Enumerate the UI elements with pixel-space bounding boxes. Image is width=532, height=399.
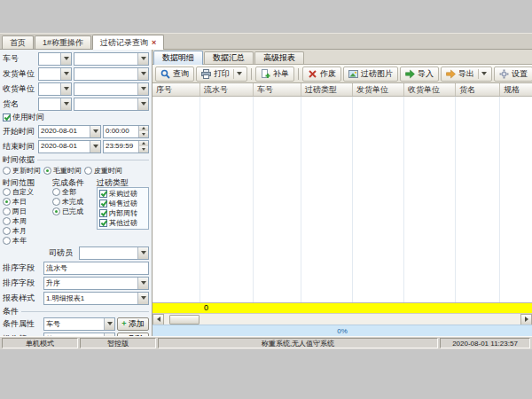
radio-tare-time[interactable]: 皮重时间: [84, 166, 122, 176]
export-button[interactable]: 导出: [441, 66, 492, 82]
export-dropdown-button[interactable]: [478, 69, 487, 79]
query-label: 查询: [173, 68, 189, 80]
grid-toolbar: 查询 打印 补单 作废: [153, 65, 532, 83]
condition-op-combo[interactable]: 等于: [43, 332, 115, 337]
receiver-operator-combo[interactable]: [38, 82, 72, 96]
dropdown-button[interactable]: [104, 318, 114, 330]
column-header-spec[interactable]: 规格: [500, 83, 532, 96]
radio-icon: [52, 198, 60, 206]
column-header-index[interactable]: 序号: [153, 83, 200, 96]
scroll-right-button[interactable]: [520, 314, 532, 325]
dropdown-button[interactable]: [104, 333, 114, 337]
dropdown-button[interactable]: [137, 83, 148, 95]
radio-custom[interactable]: 自定义: [3, 187, 52, 197]
settings-button[interactable]: 设置: [494, 66, 532, 82]
radio-two-days[interactable]: 两日: [3, 207, 52, 216]
radio-this-week[interactable]: 本周: [3, 216, 52, 226]
dropdown-button[interactable]: [60, 98, 71, 110]
tab-data-summary[interactable]: 数据汇总: [204, 51, 254, 64]
checkbox-purchase-weigh[interactable]: 采购过磅: [99, 189, 146, 199]
radio-this-month[interactable]: 本月: [3, 226, 52, 236]
tab-weigh-record-query[interactable]: 过磅记录查询×: [92, 35, 164, 50]
tab-data-detail[interactable]: 数据明细: [153, 51, 203, 65]
print-dropdown-button[interactable]: [233, 69, 242, 79]
tab-advanced-report[interactable]: 高级报表: [254, 51, 304, 64]
dropdown-button[interactable]: [137, 293, 148, 304]
dropdown-button[interactable]: [137, 53, 148, 65]
weigh-images-button[interactable]: 过磅图片: [343, 66, 398, 82]
tab-weigh-operation[interactable]: 1#称重操作: [35, 35, 91, 49]
dropdown-button[interactable]: [137, 247, 148, 259]
checkbox-other-weigh[interactable]: 其他过磅: [99, 218, 146, 228]
tab-data-summary-label: 数据汇总: [213, 53, 245, 62]
radio-gross-time[interactable]: 毛重时间: [43, 166, 82, 176]
report-style-combo[interactable]: 1.明细报表1: [43, 292, 149, 305]
dropdown-button[interactable]: [60, 53, 71, 65]
add-condition-button[interactable]: +添加: [117, 317, 149, 331]
radio-all[interactable]: 全部: [52, 187, 97, 197]
dropdown-button[interactable]: [90, 126, 100, 137]
radio-update-time[interactable]: 更新时间: [3, 166, 41, 176]
radio-this-year[interactable]: 本年: [3, 236, 52, 246]
document-tabstrip: 首页 1#称重操作 过磅记录查询×: [0, 34, 532, 50]
shipper-operator-combo[interactable]: [38, 67, 72, 81]
picture-icon: [348, 69, 358, 79]
close-icon[interactable]: ×: [152, 38, 156, 47]
scrollbar-thumb[interactable]: [169, 315, 200, 325]
end-time-spinner[interactable]: 23:59:59: [103, 140, 149, 153]
goods-operator-combo[interactable]: [38, 98, 72, 111]
radio-today[interactable]: 本日: [3, 197, 52, 207]
dropdown-button[interactable]: [137, 278, 148, 289]
dropdown-button[interactable]: [137, 98, 148, 110]
start-time-spinner[interactable]: 0:00:00: [103, 125, 149, 138]
radio-finished[interactable]: 已完成: [52, 207, 97, 216]
chevron-down-icon: [141, 87, 146, 90]
supplement-button[interactable]: 补单: [255, 66, 294, 82]
tab-home[interactable]: 首页: [2, 35, 34, 49]
condition-group-title: 条件: [3, 307, 149, 317]
sort-order-combo[interactable]: 升序: [43, 277, 149, 290]
dropdown-button[interactable]: [60, 83, 71, 95]
checkbox-internal-transfer[interactable]: 内部周转: [99, 208, 146, 218]
shipper-value-combo[interactable]: [74, 67, 149, 81]
scroll-left-button[interactable]: [153, 314, 164, 325]
condition-attr-combo[interactable]: 车号: [43, 317, 115, 331]
column-header-serial[interactable]: 流水号: [200, 83, 254, 96]
column-header-vehicle[interactable]: 车号: [254, 83, 301, 96]
end-date-combo[interactable]: 2020-08-01: [38, 140, 101, 153]
dropdown-button[interactable]: [137, 68, 148, 80]
query-button[interactable]: 查询: [155, 66, 194, 82]
start-time-row: 开始时间 2020-08-01 0:00:00: [3, 124, 149, 138]
radio-label: 未完成: [62, 197, 83, 207]
column-header-goods[interactable]: 货名: [456, 83, 500, 96]
tab-advanced-report-label: 高级报表: [263, 53, 295, 62]
column-header-receiver[interactable]: 收货单位: [404, 83, 456, 96]
vehicle-value-combo[interactable]: [74, 52, 149, 66]
grid-header-row: 序号 流水号 车号 过磅类型 发货单位 收货单位 货名 规格: [153, 83, 532, 97]
dropdown-button[interactable]: [60, 68, 71, 80]
checkbox-icon: [99, 200, 107, 207]
vehicle-operator-combo[interactable]: [38, 52, 72, 66]
grid-column-lines: [200, 97, 254, 302]
void-button[interactable]: 作废: [302, 66, 341, 82]
horizontal-scrollbar[interactable]: [153, 313, 532, 325]
column-header-shipper[interactable]: 发货单位: [353, 83, 404, 96]
operator-combo[interactable]: [79, 246, 149, 260]
tab-data-detail-label: 数据明细: [162, 53, 194, 62]
sort-field-input[interactable]: 流水号: [43, 262, 149, 275]
import-button[interactable]: 导入: [400, 66, 439, 82]
spin-down-button[interactable]: [139, 146, 148, 153]
receiver-value-combo[interactable]: [74, 82, 149, 96]
checkbox-sale-weigh[interactable]: 销售过磅: [99, 199, 146, 208]
radio-unfinished[interactable]: 未完成: [52, 197, 97, 207]
dropdown-button[interactable]: [90, 141, 100, 153]
start-date-combo[interactable]: 2020-08-01: [38, 125, 101, 138]
sort-field-row: 排序字段 流水号: [3, 261, 149, 275]
chevron-down-icon: [141, 251, 146, 254]
column-header-weigh-type[interactable]: 过磅类型: [301, 83, 353, 96]
goods-value-combo[interactable]: [74, 98, 149, 111]
grid-body-empty[interactable]: [153, 97, 532, 302]
spin-down-button[interactable]: [139, 131, 148, 137]
print-button[interactable]: 打印: [196, 66, 247, 82]
use-time-checkbox[interactable]: 使用时间: [3, 112, 149, 123]
